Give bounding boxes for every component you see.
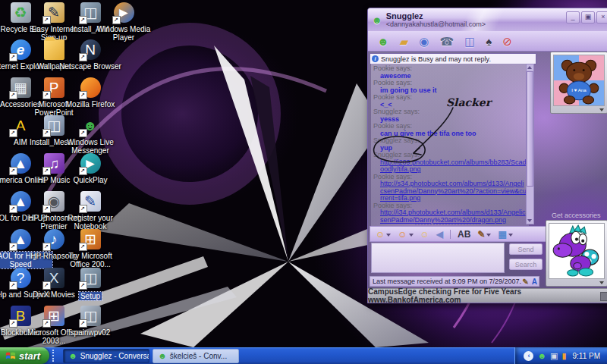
messenger-tray-icon[interactable]: ☻ <box>537 352 546 360</box>
conversation-toolbar: ☻▰◉☎◫♠⊘ <box>368 31 607 52</box>
message-input[interactable] <box>371 243 505 273</box>
desktop-icon-spainwpv02[interactable]: ◫↗spainwpv02 <box>58 306 122 337</box>
block-icon[interactable]: ⊘ <box>502 36 512 47</box>
desktop-icon-netscape-browser[interactable]: N↗Netscape Browser <box>58 39 122 71</box>
taskbar-task[interactable]: ☻Snugglez - Conversat... <box>63 349 149 363</box>
shortcut-arrow-icon: ↗ <box>42 319 51 328</box>
message-link[interactable]: http://i34.photobucket.com/albums/d133/A… <box>380 209 527 224</box>
video-icon[interactable]: ◫ <box>464 36 475 47</box>
chat-message: Pookie says:http://i34.photobucket.com/a… <box>373 202 527 224</box>
send-file-icon[interactable]: ▰ <box>400 36 409 47</box>
chat-message: Pookie says:im going to use it <box>373 80 527 94</box>
ink-button[interactable]: ✎ <box>477 230 491 239</box>
scroll-down-arrow-icon[interactable] <box>527 219 532 222</box>
quickplay-icon: ►↗ <box>80 153 101 174</box>
shortcut-arrow-icon: ↗ <box>112 16 121 24</box>
messenger-task-icon: ☻ <box>158 352 167 360</box>
shortcut-arrow-icon: ↗ <box>9 129 17 137</box>
messenger-task-icon: ☻ <box>68 352 77 360</box>
desktop-icon-label: Netscape Browser <box>58 62 122 71</box>
shortcut-arrow-icon: ↗ <box>9 91 17 99</box>
window-controls: _▣× <box>566 11 607 24</box>
ad-banner-text: CampusEdge checking Free for Five Years … <box>368 287 607 304</box>
desktop-icon-label: Mozilla Firefox <box>58 100 122 108</box>
text-mode-icon[interactable]: A <box>532 278 537 286</box>
shortcut-arrow-icon: ↗ <box>9 281 17 290</box>
titlebar-text: Snugglez <dannyakahustla@hotmail.com> <box>386 11 486 28</box>
background-button[interactable]: ▦ <box>498 230 512 239</box>
font-button[interactable]: AB <box>458 230 470 239</box>
desktop-icon-label: Setup <box>79 292 102 300</box>
emoticon-picker[interactable]: ☺ <box>376 230 391 239</box>
statusbar-icons: ✎A <box>522 278 537 286</box>
desktop-icon-try-microsoft-office[interactable]: ⊞↗Try Microsoft Office 200... <box>58 229 122 268</box>
handwriting-mode-icon[interactable]: ✎ <box>522 278 528 286</box>
hide-tray-icons-button[interactable]: ‹ <box>524 351 533 361</box>
setup-icon: ◫↗ <box>80 268 101 288</box>
titlebar[interactable]: ☻ Snugglez <dannyakahustla@hotmail.com> … <box>368 8 607 31</box>
status-banner: i Snugglez is Busy and may not reply. <box>370 53 536 64</box>
try-microsoft-office-icon: ⊞↗ <box>80 229 101 249</box>
desktop-icon-label: Register your Notebook <box>58 214 122 231</box>
shortcut-arrow-icon: ↗ <box>9 53 17 61</box>
self-display-picture[interactable] <box>546 220 607 287</box>
call-icon[interactable]: ☎ <box>439 36 454 47</box>
scrollbar-thumb[interactable] <box>527 71 533 187</box>
search-button[interactable]: Search <box>509 259 543 270</box>
games-icon[interactable]: ♠ <box>486 36 492 47</box>
status-banner-text: Snugglez is Busy and may not reply. <box>381 55 491 64</box>
get-accessories-link[interactable]: Get accessories <box>552 212 601 219</box>
avatar-menu-arrow-icon[interactable] <box>599 108 604 111</box>
restore-button[interactable]: ▣ <box>581 11 595 24</box>
avatar-menu-arrow-icon[interactable] <box>599 281 604 284</box>
nudge-button[interactable]: ☺ <box>420 230 429 239</box>
contact-display-picture[interactable]: I ♥ Ana <box>550 52 607 114</box>
desktop-icon-label: spainwpv02 <box>58 328 122 337</box>
invite-icon[interactable]: ☻ <box>377 36 389 47</box>
webcam-icon[interactable]: ◉ <box>419 36 429 47</box>
shortcut-arrow-icon: ↗ <box>79 91 87 99</box>
display-tray-icon[interactable]: ▣ <box>550 352 558 360</box>
scroll-up-arrow-icon[interactable] <box>527 66 532 69</box>
desktop-icon-mozilla-firefox[interactable]: ↗Mozilla Firefox <box>58 77 122 108</box>
desktop-icon-setup[interactable]: ◫↗Setup <box>58 268 122 302</box>
start-button[interactable]: start <box>0 347 49 364</box>
desktop-icon-register-your-notebook[interactable]: ✎↗Register your Notebook <box>58 191 122 231</box>
history-scrollbar[interactable] <box>526 64 534 224</box>
chat-message: Pookie says:<_< <box>373 94 527 108</box>
desktop-icon-label: Windows Live Messenger <box>58 138 122 155</box>
message-link[interactable]: http://s34.photobucket.com/albums/d133/A… <box>380 180 527 202</box>
taskbar-task[interactable]: ☻škelcieš - Conv... <box>153 349 239 363</box>
voice-clip-button[interactable]: ◀ <box>436 230 443 239</box>
shortcut-arrow-icon: ↗ <box>9 243 17 251</box>
ad-banner-button[interactable] <box>600 292 607 301</box>
close-button[interactable]: × <box>596 11 607 24</box>
taskbar-clock: 9:11 PM <box>573 352 601 360</box>
task-buttons: ☻Snugglez - Conversat...☻škelcieš - Conv… <box>61 349 241 363</box>
message-history[interactable]: Pookie says:awesomePookie says:im going … <box>371 64 529 226</box>
message-sender: Pookie says: <box>373 94 527 102</box>
message-link[interactable]: http://i209.photobucket.com/albums/bb283… <box>380 159 527 174</box>
minimize-button[interactable]: _ <box>566 11 580 24</box>
chat-message: Snugglez says:http://i209.photobucket.co… <box>373 152 527 174</box>
wink-picker[interactable]: ☺ <box>398 230 413 239</box>
shortcut-arrow-icon: ↗ <box>9 319 17 328</box>
ad-banner[interactable]: CampusEdge checking Free for Five Years … <box>368 288 607 303</box>
send-button[interactable]: Send <box>509 243 543 255</box>
shortcut-arrow-icon: ↗ <box>79 243 87 251</box>
desktop-icon-windows-live-messenger[interactable]: ☻↗Windows Live Messenger <box>58 115 122 155</box>
toolbar-divider <box>450 230 451 239</box>
desktop-icon-windows-media-player[interactable]: ►↗Windows Media Player <box>92 2 156 42</box>
pane-splitter[interactable] <box>415 224 495 225</box>
shortcut-arrow-icon: ↗ <box>79 281 87 290</box>
shortcut-arrow-icon: ↗ <box>79 319 87 328</box>
meter-tray-icon[interactable]: ▮ <box>561 352 566 360</box>
register-your-notebook-icon: ✎↗ <box>80 191 101 212</box>
purple-yoshi-avatar <box>549 223 605 279</box>
desktop-icon-quickplay[interactable]: ►↗QuickPlay <box>58 153 122 184</box>
shortcut-arrow-icon: ↗ <box>42 167 51 175</box>
windows-live-messenger-icon: ☻↗ <box>80 115 101 136</box>
chat-message: Pookie says:can u give me the tifa one t… <box>373 123 527 137</box>
quicklaunch-grip[interactable] <box>52 350 58 362</box>
taskbar: start ☻Snugglez - Conversat...☻škelcieš … <box>0 347 607 364</box>
